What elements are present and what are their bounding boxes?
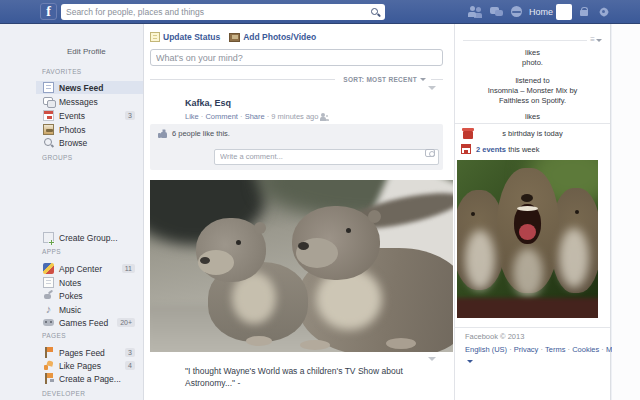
post-menu-chevron[interactable] (428, 357, 436, 361)
search-input[interactable] (66, 6, 370, 18)
sidebar-item-notes[interactable]: Notes (36, 276, 143, 289)
app-center-icon (43, 263, 54, 274)
sidebar-item-app-center[interactable]: App Center 11 (36, 262, 143, 275)
sidebar-item-label: Pokes (59, 291, 83, 301)
sidebar-item-label: Create Group... (59, 233, 118, 243)
like-count-text[interactable]: 6 people like this. (172, 129, 230, 138)
edit-profile-link[interactable]: Edit Profile (67, 47, 106, 56)
birthday-text: s birthday is today (461, 128, 604, 140)
comment-link[interactable]: Comment (199, 112, 238, 121)
footer-link-cookies[interactable]: Cookies (565, 345, 599, 354)
news-feed-column: Update Status Add Photos/Video SORT: MOS… (144, 24, 455, 400)
sidebar-item-label: Notes (59, 278, 81, 288)
sidebar-item-games-feed[interactable]: Games Feed 20+ (36, 316, 143, 329)
privacy-shortcuts-icon[interactable] (580, 7, 595, 20)
notifications-icon[interactable] (511, 6, 526, 19)
sidebar-item-label: Games Feed (59, 318, 108, 328)
sidebar-item-create-a-page[interactable]: Create a Page... (36, 372, 143, 385)
post-photo[interactable] (150, 180, 453, 352)
events-count-link[interactable]: 2 events (476, 145, 506, 154)
create-a-page-icon (43, 373, 54, 384)
photo-camera-icon (229, 33, 240, 42)
quote-post-text: "I thought Wayne's World was a children'… (185, 366, 437, 390)
sidebar-item-browse[interactable]: Browse (36, 136, 143, 149)
ticker-story[interactable]: likes (459, 112, 606, 122)
apps-header: APPS (42, 248, 61, 255)
ticker-story-line: likes (459, 112, 606, 122)
attach-photo-icon[interactable] (425, 149, 435, 157)
search-icon[interactable] (370, 7, 380, 17)
comment-field-wrap (214, 145, 439, 161)
update-status-button[interactable]: Update Status (150, 32, 220, 42)
post-author-avatar[interactable] (150, 98, 178, 126)
post-menu-chevron[interactable] (428, 86, 436, 90)
ticker-story-line: likes (459, 48, 606, 58)
feed-sort-control[interactable]: SORT: MOST RECENT (150, 75, 443, 84)
music-icon: ♪ (43, 304, 54, 315)
sidebar-item-label: App Center (59, 264, 102, 274)
gear-icon[interactable] (598, 6, 609, 17)
sidebar-item-pokes[interactable]: Pokes (36, 289, 143, 302)
sidebar-item-label: Photos (59, 125, 85, 135)
sort-label: SORT: MOST RECENT (343, 76, 417, 83)
thumbs-up-icon (158, 129, 167, 138)
ticker-story[interactable]: likes photo. (459, 48, 606, 68)
friend-requests-icon[interactable] (468, 6, 483, 19)
ticker-story-line: photo. (459, 58, 606, 68)
add-photos-label: Add Photos/Video (243, 32, 316, 42)
pages-header: PAGES (42, 332, 66, 339)
status-composer-input[interactable] (150, 49, 443, 66)
right-sidebar: ≡ likes photo. listened to Insomnia – Mo… (455, 24, 611, 400)
browse-search-icon (43, 137, 54, 148)
like-pages-icon (43, 360, 54, 371)
footer-link-privacy[interactable]: Privacy (507, 345, 538, 354)
chevron-down-icon (420, 78, 426, 81)
sidebar-item-label: Create a Page... (59, 374, 121, 384)
write-comment-input[interactable] (214, 149, 439, 165)
sidebar-item-create-group[interactable]: Create Group... (36, 231, 143, 244)
messages-icon[interactable] (490, 6, 505, 19)
footer-link-language[interactable]: English (US) (465, 345, 507, 354)
sidebar-item-photos[interactable]: Photos (36, 123, 143, 136)
post-feedback-box: 6 people like this. (150, 124, 443, 170)
like-link[interactable]: Like (185, 112, 199, 121)
notes-icon (43, 277, 54, 288)
sidebar-item-like-pages[interactable]: Like Pages 4 (36, 359, 143, 372)
messages-icon (43, 96, 54, 107)
add-photos-video-button[interactable]: Add Photos/Video (229, 32, 316, 42)
sidebar-item-label: Messages (59, 97, 98, 107)
calendar-icon (461, 144, 471, 154)
home-link[interactable]: Home (529, 7, 553, 17)
sidebar-item-messages[interactable]: Messages (36, 95, 143, 108)
post-author-name[interactable]: Kafka, Esq (185, 98, 231, 108)
like-count-row: 6 people like this. (158, 129, 230, 138)
pages-feed-icon (43, 347, 54, 358)
photos-icon (43, 124, 54, 135)
events-badge: 3 (125, 111, 135, 120)
ticker-story-line: Faithless on Spotify. (459, 96, 606, 106)
events-rest-text: this week (508, 145, 539, 154)
footer-link-terms[interactable]: Terms (538, 345, 565, 354)
birthday-row[interactable]: s birthday is today (461, 128, 604, 140)
sidebar-item-pages-feed[interactable]: Pages Feed 3 (36, 346, 143, 359)
sidebar-item-events[interactable]: Events 3 (36, 109, 143, 122)
composer: Update Status Add Photos/Video (150, 32, 316, 42)
sidebar-item-label: Like Pages (59, 361, 101, 371)
chevron-down-icon (467, 360, 473, 363)
share-link[interactable]: Share (238, 112, 265, 121)
search-bar[interactable] (61, 4, 385, 20)
favorites-header: FAVORITES (42, 68, 82, 75)
post-timestamp[interactable]: 9 minutes ago (265, 112, 319, 121)
sidebar-item-music[interactable]: ♪ Music (36, 303, 143, 316)
developer-header: DEVELOPER (42, 390, 85, 397)
games-feed-badge: 20+ (117, 318, 135, 327)
profile-avatar[interactable] (556, 4, 572, 20)
facebook-logo[interactable]: f (40, 3, 57, 20)
events-row: 2 events this week (461, 143, 606, 155)
ticker-story[interactable]: listened to Insomnia – Monster Mix by Fa… (459, 76, 606, 105)
sidebar-photo[interactable] (457, 160, 598, 318)
ticker-options-icon[interactable]: ≡ (590, 36, 602, 44)
create-group-icon (43, 232, 54, 243)
sidebar-item-news-feed[interactable]: News Feed (36, 81, 143, 94)
pages-feed-badge: 3 (125, 348, 135, 357)
